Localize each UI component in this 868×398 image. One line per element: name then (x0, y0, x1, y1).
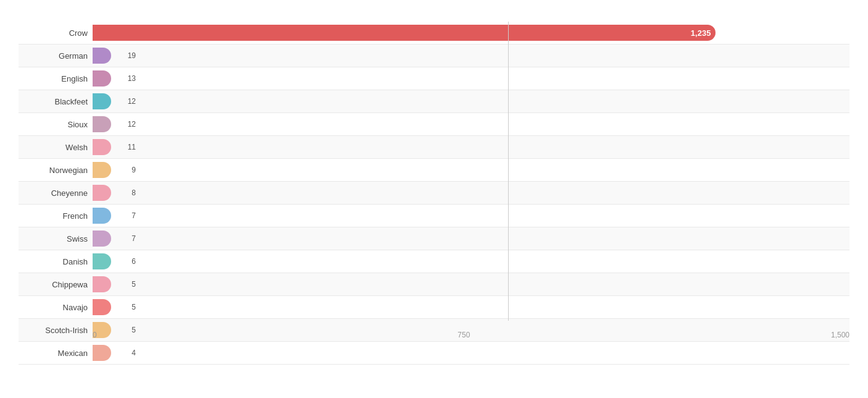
bar-value: 13 (128, 74, 136, 83)
bar-row: Navajo5 (19, 296, 849, 319)
bar-label: Sioux (19, 120, 93, 129)
bar-value-inside: 1,235 (691, 28, 711, 38)
x-axis-label: 1,500 (831, 331, 849, 339)
bar-row: Danish6 (19, 250, 849, 273)
bar-value: 6 (131, 257, 136, 266)
bar-value: 19 (128, 51, 136, 60)
bar-row: German19 (19, 44, 849, 67)
bar-value: 5 (131, 280, 136, 289)
bar-wrapper: 12 (93, 90, 849, 112)
bar-wrapper: 1,235 (93, 22, 849, 44)
bar: 13 (93, 70, 111, 87)
x-axis-label: 0 (93, 331, 97, 339)
bar-wrapper: 13 (93, 67, 849, 90)
bar: 9 (93, 162, 111, 178)
bar-wrapper: 7 (93, 205, 849, 227)
bar-label: English (19, 74, 93, 83)
bar-label: Welsh (19, 143, 93, 152)
bar: 8 (93, 185, 111, 201)
bar-row: Sioux12 (19, 113, 849, 136)
bar: 7 (93, 231, 111, 247)
chart-container: Crow1,235German19English13Blackfeet12Sio… (0, 0, 868, 398)
bar: 5 (93, 276, 111, 292)
x-axis-label: 750 (457, 331, 470, 339)
bar-wrapper: 4 (93, 342, 849, 364)
bar-wrapper: 12 (93, 113, 849, 135)
bar-value: 9 (131, 166, 136, 174)
bar-value: 11 (128, 143, 136, 151)
bar-label: Chippewa (19, 280, 93, 289)
bar-value: 12 (128, 97, 136, 106)
bars-section: Crow1,235German19English13Blackfeet12Sio… (19, 22, 849, 321)
bar-row: English13 (19, 67, 849, 90)
bar-label: Danish (19, 257, 93, 266)
bar-label: Norwegian (19, 166, 93, 175)
bar-wrapper: 19 (93, 44, 849, 67)
bar-row: Norwegian9 (19, 159, 849, 182)
bar-row: Welsh11 (19, 136, 849, 159)
bar-wrapper: 11 (93, 136, 849, 158)
bar-label: French (19, 211, 93, 221)
bar: 19 (93, 48, 111, 64)
bar-wrapper: 6 (93, 250, 849, 273)
bar-row: French7 (19, 205, 849, 227)
x-axis: 07501,500 (93, 331, 849, 339)
bar-value: 8 (131, 188, 136, 197)
bar-label: Cheyenne (19, 188, 93, 198)
bar-label: Blackfeet (19, 97, 93, 106)
bar-label: German (19, 51, 93, 61)
bar-row: Mexican4 (19, 342, 849, 365)
bar-wrapper: 9 (93, 159, 849, 181)
bar-value: 4 (131, 349, 136, 357)
bar-row: Crow1,235 (19, 22, 849, 44)
bar: 12 (93, 116, 111, 132)
bar-value: 12 (128, 120, 136, 129)
bar-label: Scotch-Irish (19, 326, 93, 335)
bar-wrapper: 5 (93, 273, 849, 295)
bar: 12 (93, 93, 111, 109)
bar: 5 (93, 299, 111, 315)
bar: 4 (93, 345, 111, 361)
chart-area: Crow1,235German19English13Blackfeet12Sio… (19, 22, 849, 339)
bar-wrapper: 7 (93, 227, 849, 250)
bar-row: Chippewa5 (19, 273, 849, 296)
bar: 1,235 (93, 25, 716, 41)
bar-label: Mexican (19, 349, 93, 358)
bar-wrapper: 8 (93, 182, 849, 204)
bar: 11 (93, 139, 111, 155)
bar-value: 7 (131, 234, 136, 243)
bar-row: Blackfeet12 (19, 90, 849, 113)
bar-row: Swiss7 (19, 227, 849, 250)
bar-label: Navajo (19, 303, 93, 312)
bar-wrapper: 5 (93, 296, 849, 318)
bar-label: Crow (19, 28, 93, 38)
bar: 7 (93, 208, 111, 224)
bar-value: 5 (131, 303, 136, 311)
bar-value: 7 (131, 211, 136, 220)
bar-row: Cheyenne8 (19, 182, 849, 205)
bar: 6 (93, 253, 111, 269)
bar-label: Swiss (19, 234, 93, 243)
